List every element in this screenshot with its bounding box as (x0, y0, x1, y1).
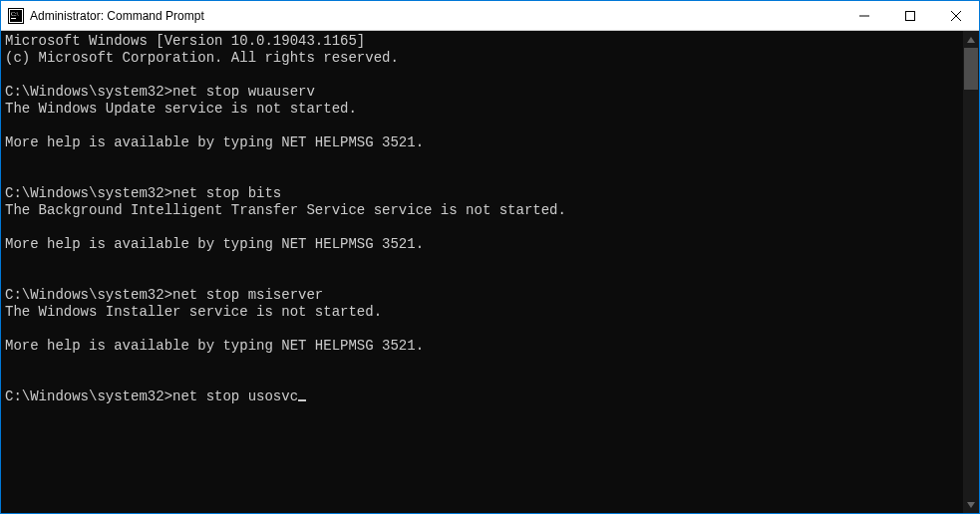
window-title: Administrator: Command Prompt (30, 9, 841, 23)
terminal-line: C:\Windows\system32>net stop msiserver (5, 287, 963, 304)
terminal-line: (c) Microsoft Corporation. All rights re… (5, 50, 963, 67)
terminal-line (5, 67, 963, 84)
svg-rect-5 (906, 11, 915, 20)
minimize-button[interactable] (841, 1, 887, 30)
scroll-up-arrow-icon[interactable] (963, 31, 979, 48)
terminal-line: Microsoft Windows [Version 10.0.19043.11… (5, 33, 963, 50)
terminal-line: C:\Windows\system32>net stop usosvc (5, 388, 963, 405)
svg-text:C:\: C:\ (11, 11, 19, 17)
terminal-line (5, 118, 963, 134)
terminal-line: The Background Intelligent Transfer Serv… (5, 202, 963, 219)
command-prompt-window: C:\ Administrator: Command Prompt Micros… (0, 0, 980, 514)
cmd-icon: C:\ (8, 8, 24, 24)
terminal-line (5, 253, 963, 270)
terminal-line: C:\Windows\system32>net stop bits (5, 185, 963, 202)
maximize-button[interactable] (887, 1, 933, 30)
terminal-line (5, 168, 963, 185)
terminal-line: The Windows Installer service is not sta… (5, 304, 963, 321)
terminal-line: More help is available by typing NET HEL… (5, 338, 963, 355)
vertical-scrollbar[interactable] (963, 31, 979, 513)
scroll-thumb[interactable] (964, 48, 978, 90)
terminal-line (5, 372, 963, 388)
terminal-line: The Windows Update service is not starte… (5, 101, 963, 118)
window-controls (841, 1, 979, 30)
svg-rect-4 (11, 18, 16, 19)
terminal-line (5, 151, 963, 168)
terminal-line (5, 270, 963, 287)
client-area: Microsoft Windows [Version 10.0.19043.11… (1, 31, 979, 513)
terminal-line: More help is available by typing NET HEL… (5, 236, 963, 253)
scroll-down-arrow-icon[interactable] (963, 496, 979, 513)
titlebar[interactable]: C:\ Administrator: Command Prompt (1, 1, 979, 31)
terminal-line: C:\Windows\system32>net stop wuauserv (5, 84, 963, 101)
terminal-line: More help is available by typing NET HEL… (5, 134, 963, 151)
terminal-output[interactable]: Microsoft Windows [Version 10.0.19043.11… (1, 31, 963, 513)
close-button[interactable] (933, 1, 979, 30)
terminal-line (5, 355, 963, 372)
terminal-line (5, 219, 963, 236)
cursor-icon (298, 399, 306, 401)
terminal-line (5, 321, 963, 338)
